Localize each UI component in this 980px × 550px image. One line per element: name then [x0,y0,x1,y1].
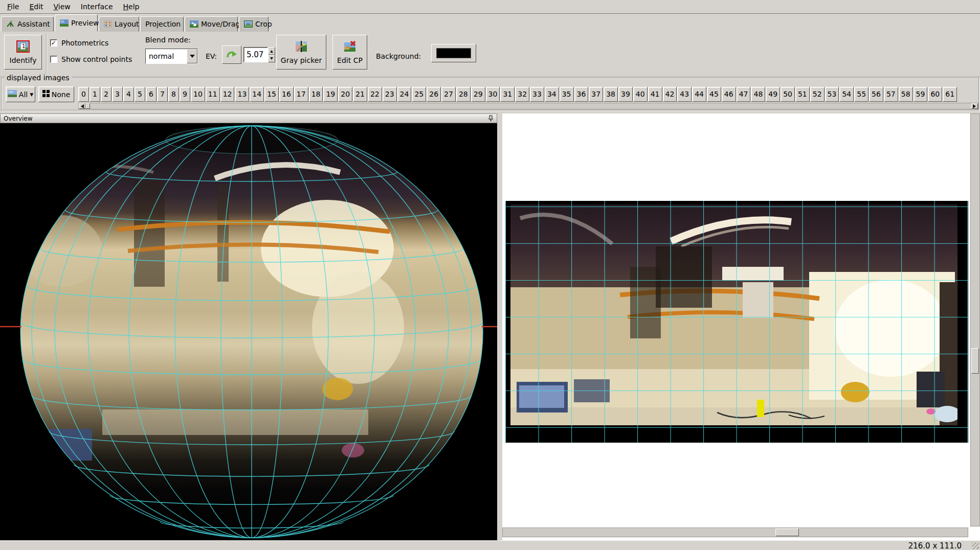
image-toggle-button[interactable]: 25 [412,87,426,102]
menu-help[interactable]: Help [118,1,145,12]
menu-interface[interactable]: Interface [76,1,118,12]
show-none-button[interactable]: None [38,86,74,102]
image-toggle-button[interactable]: 21 [353,87,367,102]
image-toggle-button[interactable]: 27 [441,87,456,102]
preview-v-scrollbar[interactable] [970,113,980,526]
blend-mode-select[interactable]: normal [145,49,198,64]
image-toggle-button[interactable]: 0 [78,87,89,102]
image-toggle-button[interactable]: 45 [707,87,721,102]
pane-splitter[interactable] [497,113,502,540]
image-toggle-button[interactable]: 4 [123,87,134,102]
image-toggle-button[interactable]: 38 [604,87,618,102]
image-toggle-button[interactable]: 12 [220,87,235,102]
image-toggle-button[interactable]: 3 [112,87,123,102]
edit-cp-button[interactable]: Edit CP [332,35,367,70]
image-toggle-button[interactable]: 56 [869,87,883,102]
pin-icon[interactable] [488,114,494,123]
image-toggle-button[interactable]: 52 [810,87,825,102]
image-toggle-button[interactable]: 46 [722,87,736,102]
image-toggle-button[interactable]: 23 [383,87,397,102]
image-toggle-button[interactable]: 37 [589,87,603,102]
spin-down-icon[interactable] [268,55,275,62]
image-toggle-button[interactable]: 44 [692,87,706,102]
image-toggle-button[interactable]: 55 [854,87,868,102]
image-toggle-button[interactable]: 36 [574,87,589,102]
tab-layout[interactable]: Layout [99,16,139,32]
image-toggle-button[interactable]: 40 [633,87,648,102]
show-all-button[interactable]: All▼ [6,86,35,102]
image-toggle-button[interactable]: 28 [456,87,471,102]
image-toggle-button[interactable]: 17 [294,87,308,102]
image-toggle-button[interactable]: 26 [427,87,441,102]
image-toggle-button[interactable]: 18 [309,87,323,102]
image-toggle-button[interactable]: 58 [899,87,913,102]
preview-h-scroll-thumb[interactable] [775,529,799,536]
image-toggle-button[interactable]: 32 [515,87,529,102]
image-toggle-button[interactable]: 34 [545,87,559,102]
image-toggle-button[interactable]: 1 [90,87,100,102]
image-toggle-button[interactable]: 5 [135,87,145,102]
preview-h-scrollbar[interactable] [502,528,968,537]
image-toggle-button[interactable]: 2 [101,87,112,102]
image-toggle-button[interactable]: 50 [781,87,795,102]
panorama-preview-canvas[interactable] [502,113,980,540]
image-toggle-button[interactable]: 60 [928,87,942,102]
image-toggle-button[interactable]: 35 [560,87,574,102]
photometrics-checkbox[interactable]: ✓ Photometrics [50,39,108,47]
tab-move-drag[interactable]: Move/Drag [185,16,238,32]
menu-file[interactable]: File [2,1,24,12]
image-toggle-button[interactable]: 42 [663,87,677,102]
image-toggle-button[interactable]: 8 [168,87,179,102]
spin-up-icon[interactable] [268,47,275,55]
gray-picker-button[interactable]: Gray picker [276,35,326,70]
image-toggle-button[interactable]: 29 [471,87,485,102]
image-toggle-button[interactable]: 49 [766,87,780,102]
image-toggle-button[interactable]: 39 [618,87,633,102]
ev-input[interactable] [243,47,268,62]
tab-preview[interactable]: GL Preview [55,14,98,32]
tab-projection[interactable]: Projection [140,16,184,32]
image-toggle-button[interactable]: 9 [180,87,190,102]
image-toggle-button[interactable]: 11 [206,87,220,102]
tab-crop[interactable]: Crop [239,16,269,32]
image-toggle-button[interactable]: 31 [500,87,515,102]
image-toggle-button[interactable]: 53 [825,87,839,102]
preview-v-scroll-thumb[interactable] [971,348,979,374]
image-toggle-button[interactable]: 14 [250,87,264,102]
image-row-scrollbar[interactable] [78,103,978,109]
image-toggle-button[interactable]: 30 [486,87,500,102]
image-toggle-button[interactable]: 61 [943,87,957,102]
assistant-icon [6,20,15,28]
show-control-points-checkbox[interactable]: Show control points [50,55,132,63]
image-toggle-button[interactable]: 19 [323,87,338,102]
image-toggle-button[interactable]: 22 [368,87,382,102]
resize-grip[interactable] [972,542,979,549]
image-toggle-button[interactable]: 54 [839,87,854,102]
ev-reset-button[interactable] [222,45,241,64]
image-toggle-button[interactable]: 33 [530,87,544,102]
scroll-left-icon[interactable] [79,103,85,109]
image-toggle-button[interactable]: 15 [264,87,279,102]
image-toggle-button[interactable]: 47 [737,87,751,102]
image-toggle-button[interactable]: 13 [235,87,249,102]
scroll-right-icon[interactable] [971,103,978,109]
tab-assistant[interactable]: Assistant [1,16,54,32]
image-toggle-button[interactable]: 10 [191,87,205,102]
image-toggle-button[interactable]: 16 [279,87,294,102]
image-toggle-button[interactable]: 6 [146,87,157,102]
image-toggle-button[interactable]: 51 [795,87,810,102]
image-toggle-button[interactable]: 48 [751,87,765,102]
image-toggle-button[interactable]: 20 [338,87,352,102]
background-color-button[interactable] [431,44,476,62]
identify-button[interactable]: 1 Identify [4,35,42,70]
image-toggle-button[interactable]: 43 [677,87,692,102]
image-row-scroll-thumb[interactable] [85,103,90,109]
image-toggle-button[interactable]: 41 [648,87,662,102]
image-toggle-button[interactable]: 24 [397,87,412,102]
image-toggle-button[interactable]: 57 [884,87,898,102]
image-toggle-button[interactable]: 59 [914,87,928,102]
menu-view[interactable]: View [49,1,76,12]
image-toggle-button[interactable]: 7 [157,87,168,102]
overview-sphere-canvas[interactable] [0,123,497,540]
menu-edit[interactable]: Edit [24,1,48,12]
